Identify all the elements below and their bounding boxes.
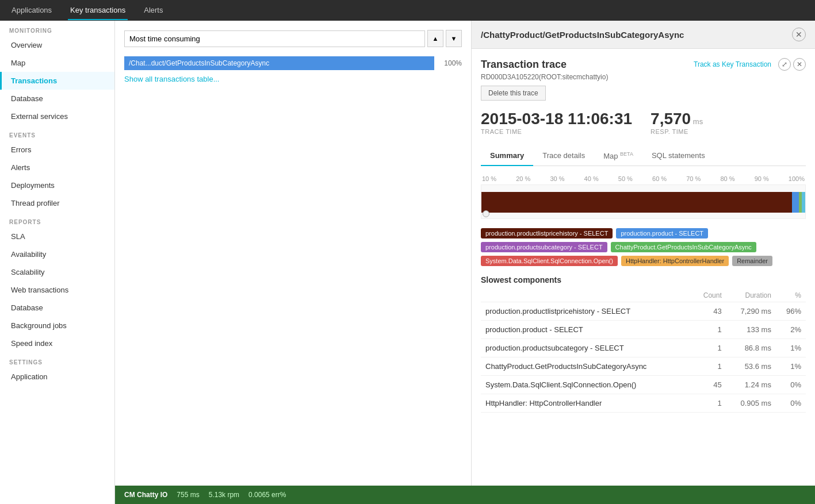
status-metric-1: 5.13k rpm — [209, 491, 239, 499]
filter-down-btn[interactable]: ▼ — [446, 30, 462, 47]
axis-70: 70 % — [686, 175, 701, 182]
row-duration: 0.905 ms — [726, 394, 776, 413]
expand-btn[interactable]: ⤢ — [778, 58, 791, 71]
transaction-list-panel: Most time consuming ▲ ▼ /Chat...duct/Get… — [115, 21, 472, 486]
filter-select[interactable]: Most time consuming — [124, 30, 425, 47]
resp-time-value: 7,570 — [651, 110, 691, 128]
sidebar-item-thread-profiler[interactable]: Thread profiler — [0, 194, 114, 212]
sidebar-section-monitoring: MONITORING — [0, 21, 114, 36]
tab-map[interactable]: Map BETA — [594, 147, 642, 166]
row-count: 1 — [692, 394, 726, 413]
row-name: production.product - SELECT — [481, 321, 692, 339]
sidebar-item-errors[interactable]: Errors — [0, 141, 114, 159]
sidebar-item-transactions[interactable]: Transactions — [0, 72, 114, 90]
nav-alerts[interactable]: Alerts — [141, 1, 165, 20]
axis-100: 100% — [789, 175, 805, 182]
legend-item-5: HttpHandler: HttpControllerHandler — [621, 256, 729, 266]
row-duration: 133 ms — [726, 321, 776, 339]
sidebar-item-scalability[interactable]: Scalability — [0, 263, 114, 281]
col-header-pct: % — [776, 289, 806, 302]
nav-applications[interactable]: Applications — [9, 1, 54, 20]
legend-item-6: Remainder — [732, 256, 772, 266]
sidebar-item-availability[interactable]: Availability — [0, 245, 114, 263]
sidebar-item-map[interactable]: Map — [0, 54, 114, 72]
row-duration: 53.6 ms — [726, 357, 776, 376]
status-app-name: CM Chatty IO — [124, 491, 167, 499]
row-duration: 1.24 ms — [726, 376, 776, 394]
trace-panel-title: /ChattyProduct/GetProductsInSubCategoryA… — [481, 30, 684, 40]
tab-summary[interactable]: Summary — [481, 147, 533, 166]
sidebar-item-database[interactable]: Database — [0, 90, 114, 107]
axis-30: 30 % — [550, 175, 564, 182]
trace-time-block: 2015-03-18 11:06:31 TRACE TIME — [481, 110, 632, 135]
resp-time-block: 7,570 ms RESP. TIME — [651, 110, 703, 135]
sidebar-item-sla[interactable]: SLA — [0, 228, 114, 245]
legend-row: production.productlistpricehistory - SEL… — [481, 228, 806, 266]
show-all-transactions-link[interactable]: Show all transactions table... — [124, 75, 219, 83]
sidebar-item-database-reports[interactable]: Database — [0, 299, 114, 317]
filter-up-btn[interactable]: ▲ — [427, 30, 443, 47]
trace-panel-header: /ChattyProduct/GetProductsInSubCategoryA… — [472, 21, 815, 49]
sidebar-item-speed-index[interactable]: Speed index — [0, 334, 114, 352]
legend-item-0: production.productlistpricehistory - SEL… — [481, 228, 613, 238]
main-content: Most time consuming ▲ ▼ /Chat...duct/Get… — [115, 21, 815, 504]
row-count: 1 — [692, 357, 726, 376]
table-row: production.product - SELECT 1 133 ms 2% — [481, 321, 806, 339]
top-nav: Applications Key transactions Alerts — [0, 0, 815, 21]
main-layout: MONITORING Overview Map Transactions Dat… — [0, 21, 815, 504]
axis-40: 40 % — [584, 175, 599, 182]
sidebar-section-reports: REPORTS — [0, 212, 114, 228]
axis-80: 80 % — [720, 175, 734, 182]
table-row: System.Data.SqlClient.SqlConnection.Open… — [481, 376, 806, 394]
tab-sql-statements[interactable]: SQL statements — [642, 147, 714, 166]
slowest-components-title: Slowest components — [481, 275, 806, 284]
sidebar-item-alerts[interactable]: Alerts — [0, 159, 114, 176]
components-table: Count Duration % production.productlistp… — [481, 289, 806, 413]
trace-panel-close-btn[interactable]: ✕ — [792, 28, 806, 41]
sidebar-item-overview[interactable]: Overview — [0, 36, 114, 54]
axis-10: 10 % — [482, 175, 496, 182]
legend-item-4: System.Data.SqlClient.SqlConnection.Open… — [481, 256, 618, 266]
trace-time-label: TRACE TIME — [481, 128, 632, 135]
delete-trace-btn[interactable]: Delete this trace — [481, 86, 546, 101]
axis-20: 20 % — [516, 175, 530, 182]
row-duration: 86.8 ms — [726, 339, 776, 357]
status-metric-0: 755 ms — [177, 491, 199, 499]
row-pct: 2% — [776, 321, 806, 339]
row-duration: 7,290 ms — [726, 302, 776, 321]
legend-item-1: production.product - SELECT — [616, 228, 708, 238]
legend-item-2: production.productsubcategory - SELECT — [481, 242, 607, 252]
row-pct: 0% — [776, 376, 806, 394]
sidebar: MONITORING Overview Map Transactions Dat… — [0, 21, 115, 504]
sidebar-item-web-transactions[interactable]: Web transactions — [0, 281, 114, 299]
legend-item-3: ChattyProduct.GetProductsInSubCategoryAs… — [611, 242, 756, 252]
chart-bar-area — [481, 184, 806, 219]
resp-time-value-row: 7,570 ms — [651, 110, 703, 128]
trace-metrics: 2015-03-18 11:06:31 TRACE TIME 7,570 ms … — [481, 110, 806, 135]
row-count: 45 — [692, 376, 726, 394]
axis-90: 90 % — [755, 175, 769, 182]
col-header-duration: Duration — [726, 289, 776, 302]
table-row: HttpHandler: HttpControllerHandler 1 0.9… — [481, 394, 806, 413]
trace-title: Transaction trace — [481, 59, 567, 71]
track-key-transaction-btn[interactable]: Track as Key Transaction — [689, 58, 776, 71]
sidebar-item-external-services[interactable]: External services — [0, 107, 114, 125]
axis-60: 60 % — [652, 175, 667, 182]
bar-segment-teal — [802, 192, 805, 213]
row-name: production.productlistpricehistory - SEL… — [481, 302, 692, 321]
table-row: production.productsubcategory - SELECT 1… — [481, 339, 806, 357]
bar-segment-dark — [481, 192, 792, 213]
transaction-bar[interactable]: /Chat...duct/GetProductsInSubCategoryAsy… — [124, 56, 434, 70]
sidebar-item-application[interactable]: Application — [0, 368, 114, 386]
trace-root-id: RD000D3A105220(ROOT:sitecmchattyio) — [481, 73, 806, 81]
row-name: System.Data.SqlClient.SqlConnection.Open… — [481, 376, 692, 394]
tab-trace-details[interactable]: Trace details — [533, 147, 594, 166]
row-pct: 96% — [776, 302, 806, 321]
close-trace-btn[interactable]: ✕ — [793, 58, 806, 71]
sidebar-section-settings: SETTINGS — [0, 352, 114, 368]
trace-time-value: 2015-03-18 11:06:31 — [481, 110, 632, 128]
col-header-count: Count — [692, 289, 726, 302]
sidebar-item-background-jobs[interactable]: Background jobs — [0, 317, 114, 334]
sidebar-item-deployments[interactable]: Deployments — [0, 176, 114, 194]
nav-key-transactions[interactable]: Key transactions — [68, 1, 128, 20]
